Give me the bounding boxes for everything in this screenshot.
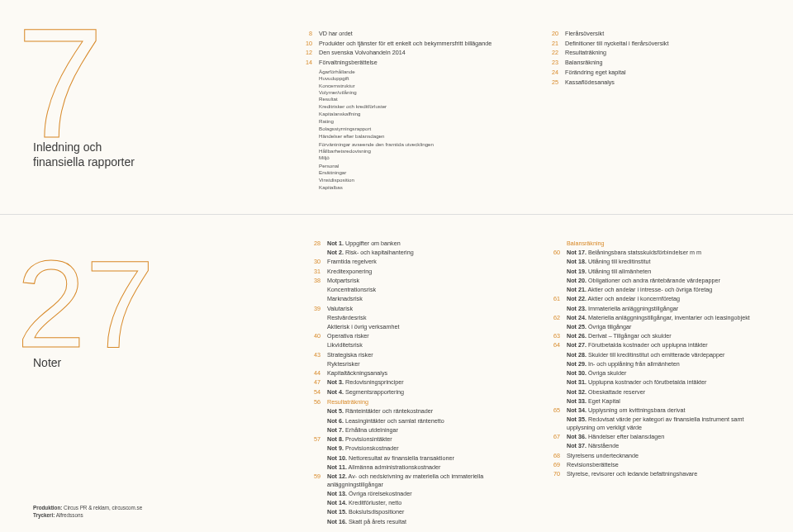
page-number <box>297 75 312 82</box>
toc-row: 17Händelser efter balansdagen <box>297 133 514 141</box>
page-number <box>306 249 321 257</box>
page-number <box>545 442 560 450</box>
note-row: 40Operativa risker <box>306 332 520 340</box>
page-number: 61 <box>545 295 560 303</box>
entry-text: Resultat <box>319 96 338 102</box>
page-number <box>545 286 560 294</box>
page-number: 67 <box>545 433 560 441</box>
svg-text:27: 27 <box>17 235 154 373</box>
page-number: 47 <box>306 378 321 387</box>
toc-row: 10Produkter och tjänster för ett enkelt … <box>297 40 514 48</box>
page-number: 64 <box>545 341 560 349</box>
page-number: 65 <box>545 406 560 415</box>
page-number: 19 <box>297 177 312 185</box>
entry-text: Not 7. Erhållna utdelningar <box>327 426 398 435</box>
note-row: Not 5. Ränteintäkter och räntekostnader <box>306 407 520 416</box>
page-number <box>306 463 321 472</box>
page-number <box>306 314 321 322</box>
toc-row: Personal <box>297 163 514 169</box>
section-title-intro: Inledning ochfinansiella rapporter <box>33 140 135 169</box>
entry-text: Not 11. Allmänna administrationskostnade… <box>327 463 440 472</box>
entry-text: Vinstdisposition <box>319 177 354 185</box>
entry-text: Not 5. Ränteintäkter och räntekostnader <box>327 407 433 416</box>
note-row: Likviditetsrisk <box>306 341 520 349</box>
toc-row: Kapitalanskaffning <box>297 111 514 117</box>
entry-text: Ryktesrisker <box>327 360 360 368</box>
big-number-27: 27 <box>33 240 157 527</box>
entry-text: Koncernstruktur <box>319 83 355 89</box>
entry-text: Kreditrisker och kreditförluster <box>319 103 387 112</box>
entry-text: Not 1. Uppgifter om banken <box>327 240 401 248</box>
toc-row: Ersättningar <box>297 169 514 176</box>
toc-row: 15Kreditrisker och kreditförluster <box>297 103 514 112</box>
note-row: 70Styrelse, revisorer och ledande befatt… <box>545 470 760 478</box>
toc-row: Bolagsstyrningsrapport <box>297 126 514 132</box>
prod-val: Circus PR & reklam, circuscom.se <box>62 505 142 511</box>
entry-text: Not 6. Leasingintäkter och samlat ränten… <box>327 417 444 425</box>
note-row: 68Styrelsens undertecknande <box>545 452 760 460</box>
page-number: 15 <box>297 103 312 112</box>
page-number: 17 <box>297 133 312 141</box>
page-number <box>545 416 560 431</box>
entry-text: Restvärdesrisk <box>327 314 367 322</box>
entry-text: Marknadsrisk <box>327 295 363 303</box>
page-number <box>306 518 321 526</box>
note-row: 65Not 34. Upplysning om kvittningsbara d… <box>545 406 760 415</box>
entry-text: Händelser efter balansdagen <box>319 133 384 141</box>
page-number: 22 <box>544 49 558 57</box>
page-number <box>545 277 560 285</box>
note-row: 60Not 17. Belåningsbara statsskuldsförbi… <box>545 249 760 257</box>
note-row: Not 21. Aktier och andelar i intresse- o… <box>545 286 760 294</box>
entry-text: Balansräkning <box>565 59 603 67</box>
toc-row: 14Förvaltningsberättelse <box>297 59 514 67</box>
entry-text: Valutarisk <box>327 305 353 313</box>
entry-text: Framtida regelverk <box>327 258 377 266</box>
entry-text: Resultaträkning <box>327 398 368 406</box>
entry-text: Ägarförhållande <box>319 69 355 75</box>
section-notes: 27 28Not 1. Uppgifter om bankenNot 2. Ri… <box>0 215 793 532</box>
note-row: Balansräkning <box>545 240 760 248</box>
page-number <box>545 388 560 397</box>
note-row: Not 32. Obeskattade reserver <box>545 388 760 397</box>
entry-text: Not 29. In- och upplåning från allmänhet… <box>567 360 680 368</box>
page-number: 21 <box>544 40 558 48</box>
page-number <box>306 508 321 516</box>
note-row: 63Not 26. Derivat – Tillgångar och skuld… <box>545 332 760 340</box>
page-number: 31 <box>306 268 321 276</box>
entry-text: Not 20. Obligationer och andra räntebära… <box>567 277 720 285</box>
entry-text: Not 21. Aktier och andelar i intresse- o… <box>567 286 712 294</box>
toc-row: 24Förändring eget kapital <box>544 69 760 77</box>
entry-text: Definitioner till nyckeltal i flerårsöve… <box>565 40 668 48</box>
entry-text: Not 9. Provisionskostnader <box>327 444 399 453</box>
page-number <box>306 490 321 498</box>
entry-text: Not 30. Övriga skulder <box>567 369 626 378</box>
note-row: Ryktesrisker <box>306 360 520 368</box>
entry-text: Volymer/utlåning <box>319 89 357 96</box>
entry-text: Not 26. Derivat – Tillgångar och skulder <box>567 332 672 340</box>
note-row: Not 11. Allmänna administrationskostnade… <box>306 463 520 472</box>
entry-text: Aktierisk i övrig verksamhet <box>327 323 399 331</box>
note-row: Not 31. Upplupna kostnader och förutbeta… <box>545 378 760 387</box>
toc-row: Kapitalbas <box>297 184 514 191</box>
toc-row: 20Flerårsöversikt <box>544 30 760 38</box>
entry-text: Kassaflödesanalys <box>565 78 615 87</box>
note-row: Not 29. In- och upplåning från allmänhet… <box>545 360 760 368</box>
entry-text: Not 10. Nettoresultat av finansiella tra… <box>327 454 454 463</box>
entry-text: Styrelse, revisorer och ledande befattni… <box>567 470 697 478</box>
entry-text: Koncentrationsrisk <box>327 286 376 294</box>
note-row: Restvärdesrisk <box>306 314 520 322</box>
entry-text: Revisionsberättelse <box>567 461 619 469</box>
entry-text: Förvaltningsberättelse <box>319 59 378 67</box>
page-number: 62 <box>545 314 560 322</box>
note-row: Koncentrationsrisk <box>306 286 520 294</box>
page-number <box>297 111 312 117</box>
note-row: Not 2. Risk- och kapitalhantering <box>306 249 520 257</box>
page-number: 23 <box>544 59 558 67</box>
note-row: Not 16. Skatt på årets resultat <box>306 518 520 526</box>
entry-text: Strategiska risker <box>327 351 373 359</box>
entry-text: Not 19. Utlåning till allmänheten <box>567 268 651 276</box>
note-row: 30Framtida regelverk <box>306 258 520 266</box>
page-number <box>545 397 560 406</box>
page-number <box>545 258 560 266</box>
page-number: 30 <box>306 258 321 266</box>
